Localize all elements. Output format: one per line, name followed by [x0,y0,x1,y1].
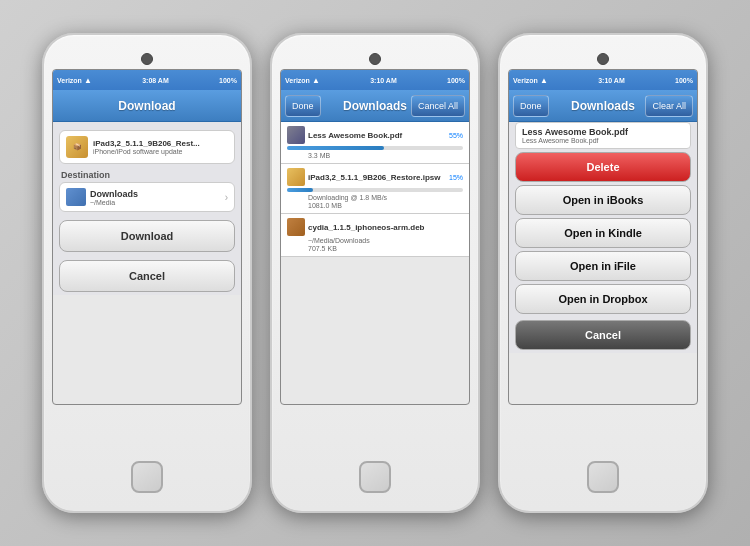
dl-sub-1: 3.3 MB [287,152,463,159]
pdf-icon-1 [287,126,305,144]
status-bar-2: Verizon ▲ 3:10 AM 100% [281,70,469,90]
destination-label: Destination [53,164,241,182]
wifi-icon-3: ▲ [540,76,548,85]
file-item-1: 📦 iPad3,2_5.1.1_9B206_Rest... iPhone/iPo… [59,130,235,164]
sel-file-sub: Less Awesome Book.pdf [522,137,684,144]
time-3: 3:10 AM [598,77,625,84]
open-kindle-button[interactable]: Open in Kindle [515,218,691,248]
destination-row[interactable]: Downloads ~/Media › [59,182,235,212]
battery-2: 100% [447,77,465,84]
dl-name-1: Less Awesome Book.pdf [308,131,446,140]
file-icon-1: 📦 [66,136,88,158]
file-name-1: iPad3,2_5.1.1_9B206_Rest... [93,139,228,148]
open-dropbox-button[interactable]: Open in Dropbox [515,284,691,314]
sel-file-name: Less Awesome Book.pdf [522,127,684,137]
clear-all-button[interactable]: Clear All [645,95,693,117]
deb-icon [287,218,305,236]
nav-bar-2: Done Downloads Cancel All [281,90,469,122]
status-bar-1: Verizon ▲ 3:08 AM 100% [53,70,241,90]
phone-1: Verizon ▲ 3:08 AM 100% Download 📦 iPad3,… [42,33,252,513]
screen-3: Verizon ▲ 3:10 AM 100% Done Downloads Cl… [508,69,698,405]
nav-title-1: Download [118,99,175,113]
dl-name-2: iPad3,2_5.1.1_9B206_Restore.ipsw [308,173,446,182]
screen-content-1: 📦 iPad3,2_5.1.1_9B206_Rest... iPhone/iPo… [53,122,241,295]
dl-sub-2a: Downloading @ 1.8 MB/s [287,194,463,201]
ipsw-icon [287,168,305,186]
cancel-button-1[interactable]: Cancel [59,260,235,292]
nav-bar-1: Download [53,90,241,122]
wifi-icon-1: ▲ [84,76,92,85]
dl-item-3[interactable]: cydia_1.1.5_iphoneos-arm.deb ~/Media/Dow… [281,214,469,257]
dest-name: Downloads [90,189,221,199]
time-1: 3:08 AM [142,77,169,84]
time-2: 3:10 AM [370,77,397,84]
screen-content-3: Less Awesome Book.pdf Less Awesome Book.… [509,122,697,353]
done-button-2[interactable]: Done [285,95,321,117]
nav-title-2: Downloads [343,99,407,113]
battery-3: 100% [675,77,693,84]
progress-bg-2 [287,188,463,192]
screen-2: Verizon ▲ 3:10 AM 100% Done Downloads Ca… [280,69,470,405]
selected-file-row: Less Awesome Book.pdf Less Awesome Book.… [515,122,691,149]
download-button[interactable]: Download [59,220,235,252]
dl-pct-1: 55% [449,132,463,139]
wifi-icon-2: ▲ [312,76,320,85]
cancel-all-button[interactable]: Cancel All [411,95,465,117]
dl-name-3: cydia_1.1.5_iphoneos-arm.deb [308,223,463,232]
carrier-2: Verizon [285,77,310,84]
dl-item-2[interactable]: iPad3,2_5.1.1_9B206_Restore.ipsw 15% Dow… [281,164,469,214]
open-ifile-button[interactable]: Open in iFile [515,251,691,281]
open-ibooks-button[interactable]: Open in iBooks [515,185,691,215]
dl-item-1[interactable]: Less Awesome Book.pdf 55% 3.3 MB [281,122,469,164]
done-button-3[interactable]: Done [513,95,549,117]
nav-bar-3: Done Downloads Clear All [509,90,697,122]
screen-1: Verizon ▲ 3:08 AM 100% Download 📦 iPad3,… [52,69,242,405]
dl-sub-3a: ~/Media/Downloads [287,237,463,244]
nav-title-3: Downloads [571,99,635,113]
progress-fill-1 [287,146,384,150]
chevron-icon: › [225,192,228,203]
dl-sub-2b: 1081.0 MB [287,202,463,209]
cancel-button-3[interactable]: Cancel [515,320,691,350]
progress-bg-1 [287,146,463,150]
carrier-1: Verizon [57,77,82,84]
file-sub-1: iPhone/iPod software update [93,148,228,155]
downloads-list: Less Awesome Book.pdf 55% 3.3 MB iPad3,2… [281,122,469,257]
battery-1: 100% [219,77,237,84]
delete-button[interactable]: Delete [515,152,691,182]
progress-fill-2 [287,188,313,192]
dl-sub-3b: 707.5 KB [287,245,463,252]
dl-pct-2: 15% [449,174,463,181]
status-bar-3: Verizon ▲ 3:10 AM 100% [509,70,697,90]
phone-2: Verizon ▲ 3:10 AM 100% Done Downloads Ca… [270,33,480,513]
carrier-3: Verizon [513,77,538,84]
phone-3: Verizon ▲ 3:10 AM 100% Done Downloads Cl… [498,33,708,513]
folder-icon [66,188,86,206]
dest-path: ~/Media [90,199,221,206]
